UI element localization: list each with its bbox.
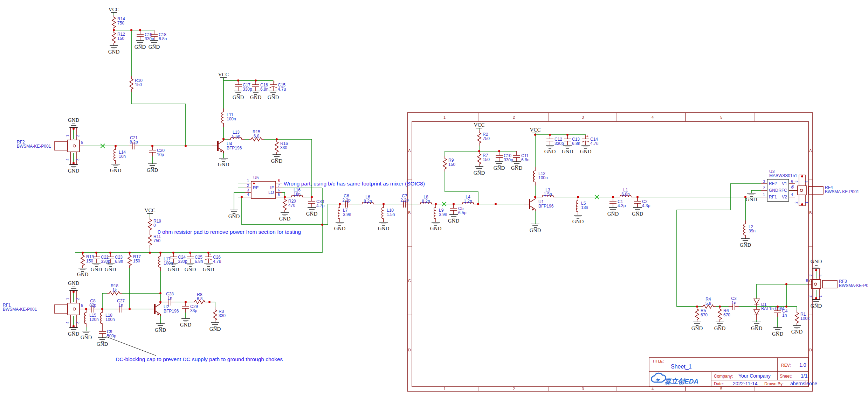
resistor-R2[interactable]: R2750 bbox=[477, 130, 490, 146]
gnd-flag[interactable]: GND bbox=[233, 91, 244, 100]
annotation-note[interactable]: 0 ohm resistor pad to remove power from … bbox=[158, 229, 301, 235]
gnd-flag[interactable]: GND bbox=[691, 322, 703, 331]
gnd-flag[interactable]: GND bbox=[91, 263, 102, 272]
vcc-flag[interactable]: VCC bbox=[474, 122, 485, 128]
schematic-canvas[interactable]: 1122334455AABBCCDD R14750R12150R10150R16… bbox=[0, 0, 868, 393]
capacitor-C5[interactable]: C56.5p bbox=[450, 204, 467, 215]
gnd-flag[interactable]: GND bbox=[378, 222, 390, 231]
capacitor-C21[interactable]: C218.2p bbox=[129, 135, 139, 149]
resistor-R5[interactable]: R5670 bbox=[695, 307, 708, 322]
capacitor-C29[interactable]: C2933p bbox=[182, 302, 198, 313]
capacitor-C15[interactable]: +C154.7u bbox=[270, 80, 286, 92]
capacitor-C28[interactable]: C281n bbox=[165, 292, 175, 306]
gnd-flag[interactable]: GND bbox=[250, 91, 262, 100]
capacitor-C16[interactable]: C166.8n bbox=[252, 80, 268, 92]
gnd-flag[interactable]: GND bbox=[607, 208, 619, 217]
resistor-R16[interactable]: R16330 bbox=[275, 139, 288, 155]
ic-U5[interactable]: U512RF3487IF6LO5 bbox=[245, 175, 282, 198]
inductor-L4[interactable]: L41.2n bbox=[460, 195, 476, 204]
connector-RF4[interactable]: 34215RF4BWSMA-KE-P001 bbox=[792, 175, 859, 206]
gnd-flag[interactable]: GND bbox=[155, 324, 166, 333]
gnd-flag[interactable]: GND bbox=[772, 328, 784, 337]
rev-value[interactable]: 1.0 bbox=[799, 362, 806, 368]
transistor-U2[interactable]: U2BFP196 bbox=[149, 302, 179, 316]
capacitor-C17[interactable]: C17330p bbox=[235, 80, 252, 92]
resistor-R20[interactable]: R20470 bbox=[283, 197, 296, 212]
resistor-R15[interactable]: R156.8 bbox=[249, 129, 264, 141]
transistor-U1[interactable]: U1BFP196 bbox=[524, 197, 554, 211]
gnd-flag[interactable]: GND bbox=[279, 212, 291, 222]
gnd-flag[interactable]: GND bbox=[448, 215, 460, 224]
capacitor-C6[interactable]: C62.2p bbox=[341, 194, 352, 208]
resistor-R1[interactable]: R1100k bbox=[795, 310, 810, 325]
resistor-R10[interactable]: R10150 bbox=[130, 76, 143, 92]
resistor-R14[interactable]: R14750 bbox=[112, 15, 125, 30]
inductor-L18[interactable]: L18100n bbox=[101, 309, 115, 327]
gnd-flag[interactable]: GND bbox=[740, 239, 751, 248]
gnd-flag[interactable]: GND bbox=[149, 41, 160, 50]
inductor-L11[interactable]: L11100n bbox=[222, 108, 236, 127]
capacitor-C3[interactable]: C31n bbox=[729, 296, 739, 310]
resistor-R4[interactable]: R45.8 bbox=[701, 297, 716, 308]
gnd-flag[interactable]: GND bbox=[271, 155, 283, 164]
vcc-flag[interactable]: VCC bbox=[109, 7, 119, 13]
gnd-flag[interactable]: GND bbox=[97, 338, 108, 347]
gnd-flag[interactable]: GND bbox=[180, 318, 192, 328]
gnd-flag[interactable]: GND bbox=[306, 208, 318, 217]
gnd-flag[interactable]: GND bbox=[751, 322, 763, 331]
capacitor-C20[interactable]: C2010p bbox=[149, 146, 165, 157]
gnd-flag[interactable]: GND bbox=[494, 162, 505, 171]
resistor-R12[interactable]: R12150 bbox=[112, 30, 125, 45]
capacitor-C8[interactable]: C882p bbox=[88, 299, 98, 313]
sheet-value[interactable]: 1/1 bbox=[801, 373, 808, 379]
gnd-flag[interactable]: GND bbox=[203, 263, 214, 272]
gnd-flag[interactable]: GND bbox=[511, 162, 523, 171]
gnd-flag[interactable]: GND bbox=[811, 259, 822, 269]
inductor-L9[interactable]: L93.9n bbox=[434, 204, 447, 222]
gnd-flag[interactable]: GND bbox=[791, 325, 803, 335]
transistor-U4[interactable]: U4BFP196 bbox=[212, 139, 242, 153]
capacitor-C13[interactable]: C136.8n bbox=[564, 135, 580, 146]
gnd-flag[interactable]: GND bbox=[632, 208, 643, 217]
gnd-flag[interactable]: GND bbox=[811, 300, 822, 309]
capacitor-C11[interactable]: C116.8n bbox=[513, 151, 529, 162]
gnd-flag[interactable]: GND bbox=[209, 323, 221, 332]
capacitor-C9[interactable]: C9500p bbox=[99, 327, 116, 338]
inductor-L6[interactable]: L68.2n bbox=[359, 195, 376, 204]
inductor-L16[interactable]: L1618n bbox=[289, 188, 305, 197]
gnd-flag[interactable]: GND bbox=[530, 224, 541, 233]
resistor-R7[interactable]: R7150 bbox=[477, 151, 490, 167]
capacitor-C19[interactable]: C19330p bbox=[137, 30, 154, 41]
capacitor-C22[interactable]: C22330p bbox=[93, 253, 110, 264]
resistor-R8[interactable]: R86.8 bbox=[192, 292, 207, 304]
sheet-title[interactable]: Sheet_1 bbox=[671, 364, 692, 370]
date-value[interactable]: 2022-11-14 bbox=[733, 381, 758, 386]
connector-RF2[interactable]: 12435GNDGNDRF2BWSMA-KE-P001 bbox=[17, 117, 84, 174]
capacitor-C14[interactable]: +C144.7u bbox=[582, 134, 598, 146]
inductor-L1[interactable]: L16.8n bbox=[617, 188, 634, 197]
annotation-note[interactable]: Wrong part, using b/c has same footprint… bbox=[284, 181, 425, 187]
gnd-flag[interactable]: GND bbox=[714, 322, 726, 331]
resistor-R3[interactable]: R3330 bbox=[213, 307, 226, 323]
diode-D1[interactable]: D1BAT15-04W bbox=[754, 299, 784, 320]
gnd-flag[interactable]: GND bbox=[746, 193, 757, 202]
capacitor-C26[interactable]: +C264.7u bbox=[205, 252, 221, 264]
vcc-flag[interactable]: VCC bbox=[218, 72, 229, 78]
gnd-flag[interactable]: GND bbox=[68, 328, 80, 337]
resistor-R17[interactable]: R17150 bbox=[128, 253, 141, 268]
vcc-flag[interactable]: VCC bbox=[145, 208, 156, 213]
inductor-L8[interactable]: L88.2n bbox=[418, 195, 434, 204]
inductor-L10[interactable]: L101.5n bbox=[382, 204, 395, 222]
capacitor-C2[interactable]: C24.3p bbox=[634, 197, 650, 208]
gnd-flag[interactable]: GND bbox=[147, 164, 158, 173]
schematic-wires[interactable] bbox=[75, 13, 808, 331]
inductor-L14[interactable]: L1410n bbox=[114, 146, 126, 164]
connector-RF3[interactable]: 34215GNDGNDRF3BWSMA-KE-P001 bbox=[806, 259, 868, 309]
gnd-flag[interactable]: GND bbox=[68, 117, 80, 127]
gnd-flag[interactable]: GND bbox=[68, 164, 80, 174]
capacitor-C12[interactable]: C12330p bbox=[546, 135, 564, 146]
gnd-flag[interactable]: GND bbox=[544, 145, 556, 154]
gnd-flag[interactable]: GND bbox=[268, 91, 279, 100]
inductor-L3[interactable]: L31.5n bbox=[539, 188, 556, 197]
gnd-flag[interactable]: GND bbox=[108, 45, 120, 55]
